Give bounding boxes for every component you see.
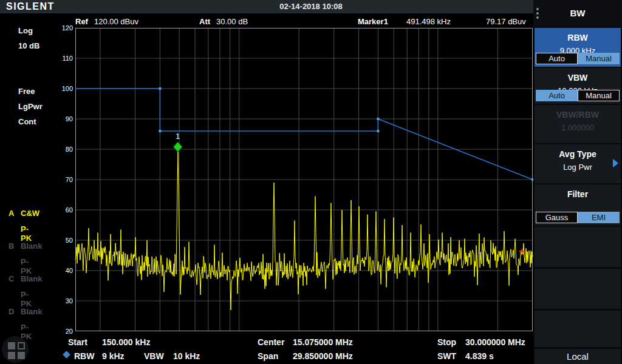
toggle-option-manual[interactable]: Manual — [578, 53, 620, 64]
limit-line — [75, 89, 533, 180]
trace-mode: Blank — [21, 241, 42, 251]
y-axis-tick-label: 40 — [66, 267, 73, 274]
toggle-option-gauss[interactable]: Gauss — [536, 212, 578, 223]
limit-line-vertex — [377, 130, 379, 132]
ref-label: Ref — [75, 17, 88, 26]
trace-letter: B — [9, 241, 14, 251]
menu-item-label: Filter — [535, 189, 621, 199]
y-axis-tick-label: 70 — [66, 176, 73, 183]
menu-item-vbw-rbw[interactable]: VBW/RBW1.000000 — [535, 105, 621, 143]
scale-div-readout: 10 dB — [18, 41, 39, 50]
marker-level-readout: 79.17 dBuv — [486, 17, 526, 26]
trace-detector: P-PK — [21, 257, 32, 275]
att-value: 30.00 dB — [216, 17, 248, 26]
trace-letter: D — [9, 307, 14, 316]
y-axis-tick-label: 60 — [66, 206, 73, 214]
att-label: Att — [199, 17, 210, 26]
menu-item-filter[interactable]: FilterGaussEMI — [535, 184, 621, 226]
trigger-readout: Free — [18, 87, 35, 96]
trace-detector: P-PK — [21, 290, 32, 308]
window-grid-icon[interactable] — [2, 336, 29, 363]
trace-mode: Blank — [21, 274, 42, 283]
trace-mode: Blank — [21, 307, 42, 316]
y-axis-tick-label: 100 — [62, 85, 73, 92]
menu-item-rbw[interactable]: RBW9.000 kHzAutoManual — [535, 28, 621, 67]
local-button[interactable]: Local — [535, 349, 621, 364]
menu-item-value: 1.000000 — [535, 123, 621, 132]
y-axis-tick-label: 50 — [66, 237, 73, 244]
ref-value: 120.00 dBuv — [94, 17, 138, 26]
submenu-arrow-icon — [613, 159, 618, 167]
spectrum-analyzer-screen: SIGLENT 02-14-2018 10:08 Ref120.00 dBuv … — [0, 0, 622, 364]
spectrum-trace — [75, 152, 533, 310]
span-readout: Span29.850000 MHz — [258, 351, 353, 361]
y-axis-tick-label: 80 — [66, 146, 73, 153]
marker-freq-readout: 491.498 kHz — [406, 17, 451, 26]
menu-title: BW — [533, 8, 622, 18]
start-freq-readout: Start150.000 kHz — [68, 337, 150, 347]
active-trace-diamond-icon — [63, 351, 70, 359]
trace-detector: P-PK — [21, 224, 32, 243]
softkey-menu-panel: BW RBW9.000 kHzAutoManualVBW10.000 kHzAu… — [533, 0, 622, 364]
y-axis-tick-label: 30 — [66, 297, 73, 305]
marker-name-readout: Marker1 — [358, 17, 394, 26]
menu-item-empty-1 — [535, 227, 621, 267]
menu-item-avg-type[interactable]: Avg TypeLog Pwr — [535, 144, 621, 183]
menu-item-label: RBW — [535, 33, 621, 42]
toggle-option-auto[interactable]: Auto — [536, 90, 578, 101]
scale-type-readout: Log — [18, 26, 33, 35]
menu-item-label: VBW/RBW — [535, 110, 621, 120]
marker-diamond[interactable] — [174, 142, 182, 152]
menu-item-label: Avg Type — [535, 149, 621, 159]
sweep-mode-readout: Cont — [18, 117, 36, 126]
stop-freq-readout: Stop30.000000 MHz — [437, 337, 525, 347]
menu-item-vbw[interactable]: VBW10.000 kHzAutoManual — [535, 68, 621, 104]
ref-level-readout: Ref120.00 dBuv — [75, 17, 138, 26]
menu-item-value: Log Pwr — [535, 163, 621, 172]
datetime-readout: 02-14-2018 10:08 — [0, 2, 622, 11]
y-axis-tick-label: 20 — [66, 328, 73, 335]
attenuation-readout: Att30.00 dB — [199, 17, 248, 26]
spectrum-plot: 12011010090807060504030201 — [75, 28, 533, 331]
trace-letter: A — [9, 209, 14, 218]
limit-line-vertex — [159, 87, 161, 90]
trace-mode: C&W — [21, 209, 39, 218]
y-axis-tick-label: 110 — [62, 55, 73, 62]
limit-line-vertex — [377, 118, 379, 120]
vbw-readout: VBW10 kHz — [144, 351, 200, 361]
toggle-option-emi[interactable]: EMI — [578, 212, 620, 223]
toggle-option-manual[interactable]: Manual — [578, 90, 620, 101]
swt-readout: SWT4.839 s — [437, 351, 494, 361]
rbw-readout: RBW9 kHz — [74, 351, 125, 361]
y-axis-tick-label: 120 — [62, 24, 73, 32]
avg-mode-readout: LgPwr — [18, 102, 43, 111]
toggle-option-auto[interactable]: Auto — [536, 53, 578, 64]
y-axis-tick-label: 90 — [66, 115, 73, 123]
limit-line-vertex — [159, 130, 161, 132]
menu-item-label: VBW — [535, 73, 621, 83]
menu-header-bw: BW — [533, 0, 622, 27]
center-freq-readout: Center15.075000 MHz — [258, 337, 353, 347]
marker-label: 1 — [176, 132, 180, 141]
trace-letter: C — [9, 274, 14, 283]
menu-item-empty-3 — [535, 311, 621, 347]
menu-item-empty-2 — [535, 269, 621, 309]
